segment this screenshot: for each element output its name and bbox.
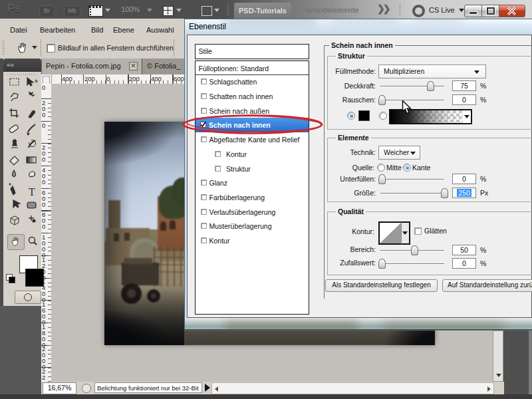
svg-text:T: T [29,186,35,198]
